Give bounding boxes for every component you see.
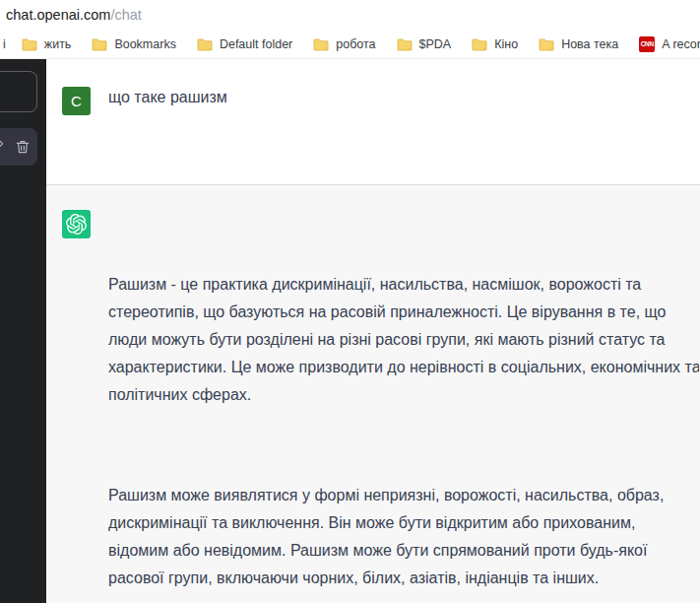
- bookmark-label: жить: [44, 37, 72, 51]
- cnn-favicon-icon: CNN: [639, 36, 655, 52]
- address-bar[interactable]: chat.openai.com/chat: [0, 0, 700, 30]
- bookmarks-bar: і жить Bookmarks Default folder робота $: [0, 30, 700, 59]
- sidebar: [0, 59, 46, 603]
- assistant-paragraph-2: Рашизм може виявлятися у формі неприязні…: [108, 482, 699, 592]
- folder-icon: [197, 36, 213, 52]
- new-chat-button[interactable]: [0, 71, 37, 112]
- assistant-paragraph-1: Рашизм - це практика дискримінації, наси…: [108, 271, 699, 409]
- folder-icon: [539, 36, 554, 52]
- bookmark-folder-zhyt[interactable]: жить: [22, 36, 72, 52]
- folder-icon: [313, 36, 329, 52]
- screenshot-root: chat.openai.com/chat і жить Bookmarks De…: [0, 0, 700, 603]
- folder-icon: [92, 36, 107, 52]
- bookmark-folder-bookmarks[interactable]: Bookmarks: [92, 36, 176, 52]
- bookmark-label: Bookmarks: [114, 37, 176, 51]
- bookmark-cnn-article[interactable]: CNN A record-high num...: [639, 36, 700, 52]
- sidebar-selected-chat[interactable]: [0, 128, 37, 166]
- bookmark-label: Кіно: [494, 37, 518, 51]
- bookmark-label: Нова тека: [561, 37, 618, 51]
- folder-icon: [22, 36, 37, 52]
- bookmark-folder-kino[interactable]: Кіно: [472, 36, 518, 52]
- user-avatar: C: [62, 87, 91, 115]
- bookmark-label: $PDA: [419, 37, 452, 51]
- bookmark-folder-robota[interactable]: робота: [313, 36, 375, 52]
- chatgpt-logo-icon: [62, 210, 91, 238]
- bookmark-label: робота: [336, 37, 375, 51]
- url-path: /chat: [110, 7, 141, 23]
- folder-icon: [397, 36, 413, 52]
- bookmark-label: і: [3, 37, 6, 51]
- assistant-message-row: Рашизм - це практика дискримінації, наси…: [46, 184, 700, 603]
- edit-pencil-icon[interactable]: [0, 139, 5, 155]
- user-message-row: C що таке рашизм: [46, 59, 700, 184]
- bookmark-folder-pda[interactable]: $PDA: [397, 36, 452, 52]
- user-message-text: що таке рашизм: [108, 84, 227, 111]
- bookmark-label: A record-high num...: [662, 37, 700, 51]
- browser-chrome: chat.openai.com/chat і жить Bookmarks De…: [0, 0, 700, 59]
- user-avatar-letter: C: [71, 93, 82, 109]
- bookmark-item-truncated[interactable]: і: [3, 37, 6, 51]
- bookmark-folder-default[interactable]: Default folder: [197, 36, 292, 52]
- chatgpt-app: C що таке рашизм Рашизм - це практика ди…: [0, 59, 700, 603]
- bookmark-label: Default folder: [220, 37, 292, 51]
- folder-icon: [472, 36, 487, 52]
- openai-flower-icon: [66, 214, 87, 234]
- conversation: C що таке рашизм Рашизм - це практика ди…: [46, 59, 700, 603]
- url-host: chat.openai.com: [6, 7, 110, 23]
- assistant-message-text: Рашизм - це практика дискримінації, наси…: [108, 216, 699, 603]
- trash-icon[interactable]: [15, 139, 31, 155]
- bookmark-folder-nova-teka[interactable]: Нова тека: [539, 36, 618, 52]
